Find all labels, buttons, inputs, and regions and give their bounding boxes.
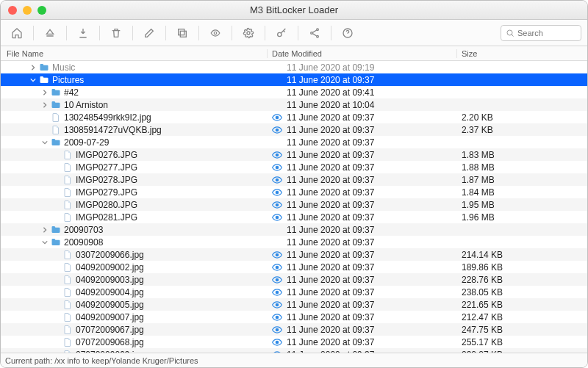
svg-point-25 (276, 253, 279, 256)
file-icon (62, 338, 73, 347)
preview-eye-icon[interactable] (272, 125, 282, 135)
file-row[interactable]: 1302485499rkk9I2.jpg11 June 2020 at 09:3… (1, 111, 587, 123)
preview-eye-icon[interactable] (272, 262, 282, 273)
minimize-window-button[interactable] (23, 6, 32, 15)
svg-point-9 (507, 30, 512, 35)
chevron-down-icon[interactable] (40, 138, 49, 147)
file-row[interactable]: #4211 June 2020 at 09:41 (1, 86, 587, 98)
file-size: 1.84 MB (457, 187, 587, 198)
copy-button[interactable] (172, 24, 193, 42)
file-row[interactable]: 04092009007.jpg11 June 2020 at 09:37212.… (1, 311, 587, 323)
file-row[interactable]: IMGP0276.JPG11 June 2020 at 09:371.83 MB (1, 148, 587, 161)
key-button[interactable] (271, 24, 292, 42)
preview-eye-icon[interactable] (272, 175, 282, 185)
file-name: IMGP0277.JPG (76, 162, 137, 173)
preview-eye-icon[interactable] (272, 325, 282, 335)
file-icon (62, 163, 73, 172)
preview-eye-icon[interactable] (272, 300, 282, 310)
zoom-window-button[interactable] (37, 6, 46, 15)
chevron-right-icon[interactable] (40, 88, 49, 97)
chevron-down-icon[interactable] (29, 76, 37, 84)
edit-button[interactable] (139, 24, 159, 42)
col-header-size[interactable]: Size (457, 49, 587, 58)
preview-eye-icon[interactable] (272, 150, 282, 160)
file-row[interactable]: 04092009004.jpg11 June 2020 at 09:37238.… (1, 286, 587, 298)
file-name: 13085914727uVQKB.jpg (64, 125, 162, 135)
folder-icon (39, 63, 49, 72)
file-row[interactable]: 04092009003.jpg11 June 2020 at 09:37228.… (1, 273, 587, 286)
file-date: 11 June 2020 at 09:37 (287, 312, 374, 322)
file-row[interactable]: 13085914727uVQKB.jpg11 June 2020 at 09:3… (1, 123, 587, 136)
close-window-button[interactable] (8, 6, 17, 15)
file-icon (62, 188, 73, 197)
file-row[interactable]: IMGP0277.JPG11 June 2020 at 09:371.88 MB (1, 161, 587, 173)
chevron-right-icon[interactable] (40, 226, 49, 234)
file-row[interactable]: IMGP0281.JPG11 June 2020 at 09:371.96 MB (1, 211, 587, 223)
file-row[interactable]: 2009070311 June 2020 at 09:37 (1, 223, 587, 236)
search-field[interactable] (501, 25, 581, 41)
file-icon (62, 325, 73, 334)
chevron-down-icon[interactable] (40, 238, 49, 247)
svg-point-22 (276, 216, 279, 219)
file-size: 2.20 KB (457, 112, 587, 123)
file-date: 11 June 2020 at 09:37 (287, 237, 374, 248)
file-row[interactable]: 04092009002.jpg11 June 2020 at 09:37189.… (1, 261, 587, 273)
preview-eye-icon[interactable] (272, 287, 282, 297)
file-row[interactable]: 2009090811 June 2020 at 09:37 (1, 236, 587, 248)
file-row[interactable]: 03072009066.jpg11 June 2020 at 09:37214.… (1, 248, 587, 261)
import-button[interactable] (73, 24, 93, 42)
file-list[interactable]: Music11 June 2020 at 09:19Pictures11 Jun… (1, 61, 587, 353)
file-name: 04092009005.jpg (76, 300, 144, 310)
file-row[interactable]: Pictures11 June 2020 at 09:37 (1, 73, 587, 86)
file-row[interactable]: 10 Arniston11 June 2020 at 10:04 (1, 98, 587, 111)
preview-eye-icon[interactable] (272, 162, 282, 173)
file-row[interactable]: 07072009068.jpg11 June 2020 at 09:37255.… (1, 336, 587, 348)
preview-eye-icon[interactable] (272, 312, 282, 322)
file-size: 247.75 KB (457, 325, 587, 335)
window-title: M3 BitLocker Loader (250, 4, 338, 15)
chevron-right-icon[interactable] (29, 63, 37, 72)
file-date: 11 June 2020 at 09:37 (287, 187, 374, 198)
search-input[interactable] (517, 29, 576, 37)
preview-eye-icon[interactable] (272, 112, 282, 123)
svg-point-32 (276, 341, 279, 344)
file-row[interactable]: IMGP0278.JPG11 June 2020 at 09:371.87 MB (1, 173, 587, 186)
chevron-right-icon[interactable] (40, 101, 49, 109)
column-headers: File Name Date Modified Size (1, 46, 587, 61)
folder-icon (51, 101, 61, 109)
file-date: 11 June 2020 at 09:37 (287, 112, 374, 123)
file-name: #42 (64, 87, 79, 98)
file-row[interactable]: IMGP0279.JPG11 June 2020 at 09:371.84 MB (1, 186, 587, 198)
file-date: 11 June 2020 at 09:37 (287, 200, 374, 210)
file-size: 214.14 KB (457, 250, 587, 260)
file-row[interactable]: Music11 June 2020 at 09:19 (1, 61, 587, 73)
svg-rect-0 (180, 31, 186, 37)
eject-button[interactable] (40, 24, 60, 42)
preview-eye-icon[interactable] (272, 250, 282, 260)
trash-button[interactable] (106, 24, 126, 42)
settings-button[interactable] (238, 24, 259, 42)
preview-eye-icon[interactable] (272, 187, 282, 198)
file-name: IMGP0281.JPG (76, 212, 137, 223)
col-header-name[interactable]: File Name (1, 49, 268, 58)
file-size: 189.86 KB (457, 262, 587, 273)
file-size: 1.95 MB (457, 200, 587, 210)
preview-button[interactable] (205, 24, 226, 42)
file-icon (62, 275, 73, 284)
file-row[interactable]: 2009-07-2911 June 2020 at 09:37 (1, 136, 587, 148)
folder-icon (51, 138, 61, 147)
home-button[interactable] (7, 24, 27, 42)
preview-eye-icon[interactable] (272, 337, 282, 347)
share-button[interactable] (304, 24, 325, 42)
preview-eye-icon[interactable] (272, 275, 282, 285)
file-row[interactable]: IMGP0280.JPG11 June 2020 at 09:371.95 MB (1, 198, 587, 211)
preview-eye-icon[interactable] (272, 212, 282, 223)
help-button[interactable] (337, 24, 358, 42)
file-name: Pictures (52, 75, 84, 85)
file-date: 11 June 2020 at 09:37 (287, 175, 374, 185)
file-row[interactable]: 04092009005.jpg11 June 2020 at 09:37221.… (1, 298, 587, 311)
file-row[interactable]: 07072009067.jpg11 June 2020 at 09:37247.… (1, 323, 587, 336)
file-size: 255.17 KB (457, 337, 587, 347)
col-header-date[interactable]: Date Modified (268, 49, 457, 58)
preview-eye-icon[interactable] (272, 200, 282, 210)
